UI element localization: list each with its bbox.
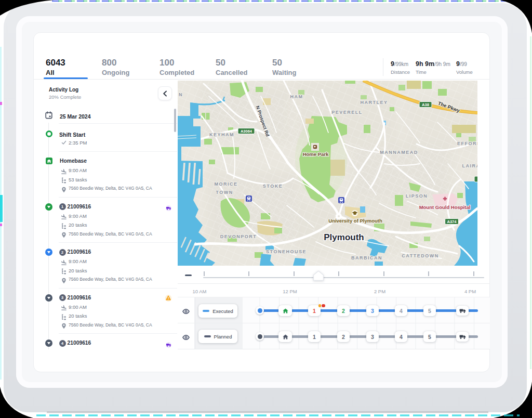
svg-text:A3064: A3064 [241,129,252,134]
svg-text:PEVERELL: PEVERELL [331,110,363,115]
svg-text:HARTLEY: HARTLEY [361,100,388,105]
svg-text:BARBICAN: BARBICAN [351,255,382,260]
svg-text:LIPSON: LIPSON [406,193,428,199]
svg-text:TOWN: TOWN [216,190,233,195]
svg-text:STOKE: STOKE [263,184,283,189]
svg-text:CATTEDOWN: CATTEDOWN [402,253,438,258]
svg-text:Home Park: Home Park [303,151,329,157]
svg-text:Mount Gould Hospital: Mount Gould Hospital [419,204,471,210]
svg-text:A374: A374 [447,219,457,224]
svg-text:MORICE: MORICE [215,181,238,187]
svg-text:A38: A38 [422,102,429,107]
svg-text:KEYHAM: KEYHAM [209,132,234,137]
svg-text:LAIRA: LAIRA [462,163,478,168]
svg-text:HAM: HAM [290,94,303,99]
svg-text:STONEHOUSE: STONEHOUSE [266,249,307,254]
svg-text:University of Plymouth: University of Plymouth [328,218,382,224]
svg-text:Plymouth: Plymouth [324,232,364,242]
svg-text:MANNAMEAD: MANNAMEAD [380,150,418,155]
svg-text:N: N [179,92,182,97]
svg-text:EFFORD: EFFORD [457,141,477,146]
svg-text:DEVONPORT: DEVONPORT [220,234,257,239]
